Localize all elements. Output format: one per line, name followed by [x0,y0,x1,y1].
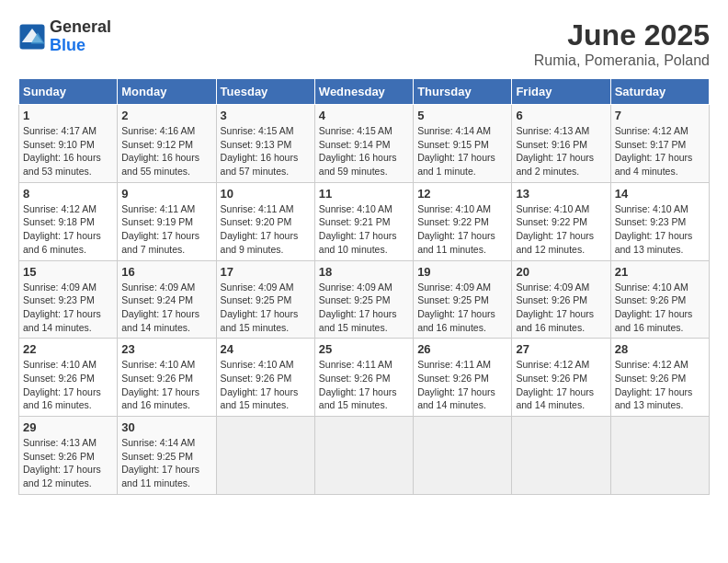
calendar-header-row: SundayMondayTuesdayWednesdayThursdayFrid… [19,79,710,105]
column-header-tuesday: Tuesday [216,79,314,105]
day-info: Sunrise: 4:16 AM Sunset: 9:12 PM Dayligh… [121,124,211,178]
day-info: Sunrise: 4:15 AM Sunset: 9:14 PM Dayligh… [319,124,409,178]
calendar-cell: 7Sunrise: 4:12 AM Sunset: 9:17 PM Daylig… [610,105,709,183]
day-number: 6 [516,109,606,122]
calendar-cell [216,417,314,495]
day-number: 19 [417,265,507,279]
calendar-cell: 24Sunrise: 4:10 AM Sunset: 9:26 PM Dayli… [216,339,314,417]
calendar-cell: 11Sunrise: 4:10 AM Sunset: 9:21 PM Dayli… [314,182,413,260]
day-number: 25 [319,342,409,356]
day-number: 11 [319,187,409,201]
day-info: Sunrise: 4:14 AM Sunset: 9:25 PM Dayligh… [121,436,211,490]
calendar-cell: 9Sunrise: 4:11 AM Sunset: 9:19 PM Daylig… [118,182,216,260]
calendar-cell: 8Sunrise: 4:12 AM Sunset: 9:18 PM Daylig… [19,182,118,260]
day-info: Sunrise: 4:11 AM Sunset: 9:26 PM Dayligh… [417,358,507,412]
calendar-body: 1Sunrise: 4:17 AM Sunset: 9:10 PM Daylig… [19,105,710,495]
day-info: Sunrise: 4:09 AM Sunset: 9:26 PM Dayligh… [516,281,606,335]
calendar-cell: 22Sunrise: 4:10 AM Sunset: 9:26 PM Dayli… [19,339,118,417]
day-info: Sunrise: 4:09 AM Sunset: 9:25 PM Dayligh… [417,281,507,335]
column-header-sunday: Sunday [19,79,118,105]
calendar-week-5: 29Sunrise: 4:13 AM Sunset: 9:26 PM Dayli… [19,417,710,495]
day-number: 9 [121,187,211,201]
calendar-cell: 25Sunrise: 4:11 AM Sunset: 9:26 PM Dayli… [314,339,413,417]
day-number: 14 [615,187,705,201]
calendar-cell [610,417,709,495]
calendar-cell: 14Sunrise: 4:10 AM Sunset: 9:23 PM Dayli… [610,182,709,260]
day-number: 26 [417,342,507,356]
day-info: Sunrise: 4:14 AM Sunset: 9:15 PM Dayligh… [417,124,507,178]
calendar-cell: 30Sunrise: 4:14 AM Sunset: 9:25 PM Dayli… [118,417,216,495]
column-header-saturday: Saturday [610,79,709,105]
page-header: General Blue June 2025 Rumia, Pomerania,… [18,18,710,69]
calendar-header: SundayMondayTuesdayWednesdayThursdayFrid… [19,79,710,105]
column-header-thursday: Thursday [414,79,512,105]
calendar-cell: 2Sunrise: 4:16 AM Sunset: 9:12 PM Daylig… [118,105,216,183]
calendar-cell: 12Sunrise: 4:10 AM Sunset: 9:22 PM Dayli… [414,182,512,260]
day-info: Sunrise: 4:10 AM Sunset: 9:23 PM Dayligh… [615,202,705,257]
day-info: Sunrise: 4:10 AM Sunset: 9:26 PM Dayligh… [121,358,211,412]
day-info: Sunrise: 4:10 AM Sunset: 9:21 PM Dayligh… [319,202,409,257]
day-number: 5 [417,109,507,122]
calendar-cell: 17Sunrise: 4:09 AM Sunset: 9:25 PM Dayli… [216,260,314,339]
day-info: Sunrise: 4:10 AM Sunset: 9:26 PM Dayligh… [221,358,311,412]
calendar-subtitle: Rumia, Pomerania, Poland [534,52,710,69]
day-number: 15 [23,265,113,279]
column-header-wednesday: Wednesday [314,79,413,105]
calendar-cell: 4Sunrise: 4:15 AM Sunset: 9:14 PM Daylig… [314,105,413,183]
day-number: 22 [23,342,113,356]
day-number: 4 [319,109,409,122]
calendar-cell: 16Sunrise: 4:09 AM Sunset: 9:24 PM Dayli… [118,260,216,339]
day-number: 1 [23,109,113,122]
calendar-cell: 5Sunrise: 4:14 AM Sunset: 9:15 PM Daylig… [414,105,512,183]
day-info: Sunrise: 4:12 AM Sunset: 9:26 PM Dayligh… [615,358,705,412]
title-block: June 2025 Rumia, Pomerania, Poland [534,18,710,69]
day-info: Sunrise: 4:09 AM Sunset: 9:23 PM Dayligh… [23,281,113,335]
logo: General Blue [18,18,111,55]
day-number: 21 [615,265,705,279]
day-info: Sunrise: 4:09 AM Sunset: 9:25 PM Dayligh… [319,281,409,335]
calendar-cell: 13Sunrise: 4:10 AM Sunset: 9:22 PM Dayli… [512,182,610,260]
calendar-week-3: 15Sunrise: 4:09 AM Sunset: 9:23 PM Dayli… [19,260,710,339]
day-number: 20 [516,265,606,279]
day-info: Sunrise: 4:09 AM Sunset: 9:25 PM Dayligh… [221,281,311,335]
day-number: 8 [23,187,113,201]
day-number: 18 [319,265,409,279]
day-number: 3 [221,109,311,122]
day-number: 2 [121,109,211,122]
day-number: 30 [121,420,211,434]
calendar-cell [512,417,610,495]
calendar-cell: 15Sunrise: 4:09 AM Sunset: 9:23 PM Dayli… [19,260,118,339]
calendar-title: June 2025 [534,18,710,52]
calendar-cell: 18Sunrise: 4:09 AM Sunset: 9:25 PM Dayli… [314,260,413,339]
day-number: 13 [516,187,606,201]
logo-text: General Blue [50,18,111,55]
day-number: 27 [516,342,606,356]
calendar-cell: 10Sunrise: 4:11 AM Sunset: 9:20 PM Dayli… [216,182,314,260]
calendar-cell: 19Sunrise: 4:09 AM Sunset: 9:25 PM Dayli… [414,260,512,339]
day-number: 10 [221,187,311,201]
calendar-week-1: 1Sunrise: 4:17 AM Sunset: 9:10 PM Daylig… [19,105,710,183]
calendar-cell: 21Sunrise: 4:10 AM Sunset: 9:26 PM Dayli… [610,260,709,339]
day-number: 23 [121,342,211,356]
column-header-monday: Monday [118,79,216,105]
calendar-cell [414,417,512,495]
calendar-cell: 26Sunrise: 4:11 AM Sunset: 9:26 PM Dayli… [414,339,512,417]
calendar-table: SundayMondayTuesdayWednesdayThursdayFrid… [18,78,710,495]
day-info: Sunrise: 4:17 AM Sunset: 9:10 PM Dayligh… [23,124,113,178]
day-info: Sunrise: 4:11 AM Sunset: 9:19 PM Dayligh… [121,202,211,257]
day-info: Sunrise: 4:13 AM Sunset: 9:26 PM Dayligh… [23,436,113,490]
calendar-cell: 23Sunrise: 4:10 AM Sunset: 9:26 PM Dayli… [118,339,216,417]
day-info: Sunrise: 4:10 AM Sunset: 9:22 PM Dayligh… [516,202,606,257]
calendar-cell: 20Sunrise: 4:09 AM Sunset: 9:26 PM Dayli… [512,260,610,339]
day-info: Sunrise: 4:10 AM Sunset: 9:22 PM Dayligh… [417,202,507,257]
day-info: Sunrise: 4:15 AM Sunset: 9:13 PM Dayligh… [221,124,311,178]
calendar-cell: 6Sunrise: 4:13 AM Sunset: 9:16 PM Daylig… [512,105,610,183]
calendar-cell: 28Sunrise: 4:12 AM Sunset: 9:26 PM Dayli… [610,339,709,417]
day-info: Sunrise: 4:13 AM Sunset: 9:16 PM Dayligh… [516,124,606,178]
day-info: Sunrise: 4:12 AM Sunset: 9:26 PM Dayligh… [516,358,606,412]
calendar-cell: 27Sunrise: 4:12 AM Sunset: 9:26 PM Dayli… [512,339,610,417]
calendar-cell: 29Sunrise: 4:13 AM Sunset: 9:26 PM Dayli… [19,417,118,495]
day-number: 7 [615,109,705,122]
day-info: Sunrise: 4:12 AM Sunset: 9:18 PM Dayligh… [23,202,113,257]
calendar-cell: 3Sunrise: 4:15 AM Sunset: 9:13 PM Daylig… [216,105,314,183]
